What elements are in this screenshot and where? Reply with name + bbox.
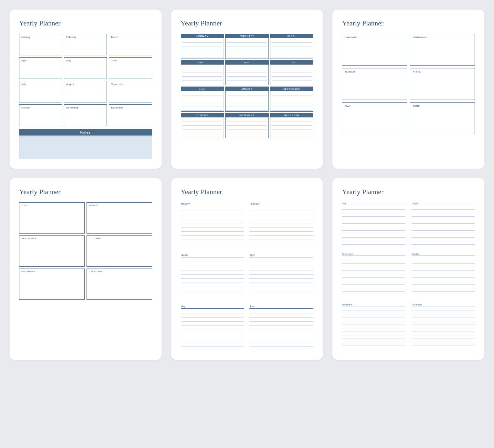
top-row: Yearly Planner January February March Ap… <box>10 10 484 169</box>
c2-jun[interactable]: JUNE <box>270 60 314 85</box>
month-june[interactable]: June <box>109 57 152 79</box>
c2-jan[interactable]: JANUARY <box>181 34 224 59</box>
month-september[interactable]: September <box>109 81 152 102</box>
card3-months-grid: JANUARY FEBRUARY MARCH APRIL MAY JUNE <box>342 34 475 134</box>
card5-may[interactable]: May <box>181 305 245 346</box>
card6-section-2: September October <box>342 253 475 299</box>
card-4: Yearly Planner JULY AUGUST SEPTEMBER OCT… <box>10 178 162 360</box>
c3-mar[interactable]: MARCH <box>342 68 407 100</box>
card5-feb[interactable]: February <box>249 202 313 244</box>
month-november[interactable]: November <box>64 104 107 126</box>
card5-section-1: January February <box>181 202 314 248</box>
c2-apr[interactable]: APRIL <box>181 60 224 85</box>
card-3: Yearly Planner JANUARY FEBRUARY MARCH AP… <box>332 10 484 169</box>
c2-oct[interactable]: OCTOBER <box>181 113 224 138</box>
card5-jan[interactable]: January <box>181 202 245 244</box>
c3-jun[interactable]: JUNE <box>410 102 475 134</box>
card6-jul[interactable]: July <box>342 202 405 245</box>
month-april[interactable]: April <box>19 57 62 79</box>
card6-nov[interactable]: November <box>342 304 405 346</box>
c4-jul[interactable]: JULY <box>19 202 85 234</box>
c2-dec[interactable]: DECEMBER <box>270 113 314 138</box>
card-4-title: Yearly Planner <box>19 188 152 196</box>
month-february[interactable]: February <box>64 34 107 55</box>
card5-apr[interactable]: April <box>249 254 313 295</box>
months-grid-4x3: January February March April May June Ju… <box>19 34 152 126</box>
card6-dec[interactable]: December <box>412 304 475 346</box>
c4-aug[interactable]: AUGUST <box>87 202 152 234</box>
card5-mar[interactable]: March <box>181 254 245 295</box>
card-6-title: Yearly Planner <box>342 188 475 196</box>
card-5: Yearly Planner January February March <box>171 178 323 360</box>
c2-jul[interactable]: JULY <box>181 87 224 112</box>
month-may[interactable]: May <box>64 57 107 79</box>
c2-aug[interactable]: AUGUST <box>225 87 269 112</box>
card-6: Yearly Planner July August September <box>332 178 484 360</box>
c3-apr[interactable]: APRIL <box>410 68 475 100</box>
card-1-title: Yearly Planner <box>19 19 152 27</box>
card6-aug[interactable]: August <box>412 202 475 245</box>
notes-label: Notes <box>19 129 152 136</box>
card-2-title: Yearly Planner <box>181 19 314 27</box>
card6-sep[interactable]: September <box>342 253 405 295</box>
month-october[interactable]: October <box>19 104 62 126</box>
c3-jan[interactable]: JANUARY <box>342 34 407 66</box>
c3-feb[interactable]: FEBRUARY <box>410 34 475 66</box>
card6-section-3: November December <box>342 304 475 350</box>
c2-feb[interactable]: FEBRUARY <box>225 34 269 59</box>
card6-oct[interactable]: October <box>412 253 475 295</box>
c2-sep[interactable]: SEPTEMBER <box>270 87 314 112</box>
c2-may[interactable]: MAY <box>225 60 269 85</box>
c3-may[interactable]: MAY <box>342 102 407 134</box>
notes-area[interactable] <box>19 136 152 159</box>
card-1: Yearly Planner January February March Ap… <box>10 10 162 169</box>
card-5-title: Yearly Planner <box>181 188 314 196</box>
card5-section-2: March April <box>181 254 314 299</box>
c2-mar[interactable]: MARCH <box>270 34 314 59</box>
c4-nov[interactable]: NOVEMBER <box>19 269 85 300</box>
card5-jun[interactable]: June <box>249 305 313 346</box>
card2-months-grid: JANUARY FEBRUARY MARCH APRIL <box>181 34 314 138</box>
c2-nov[interactable]: NOVEMBER <box>225 113 269 138</box>
c4-oct[interactable]: OCTOBER <box>87 235 152 267</box>
month-july[interactable]: July <box>19 81 62 102</box>
c4-sep[interactable]: SEPTEMBER <box>19 235 85 267</box>
card5-section-3: May June <box>181 305 314 350</box>
month-march[interactable]: March <box>109 34 152 55</box>
month-december[interactable]: December <box>109 104 152 126</box>
card-3-title: Yearly Planner <box>342 19 475 27</box>
month-august[interactable]: August <box>64 81 107 102</box>
bottom-row: Yearly Planner JULY AUGUST SEPTEMBER OCT… <box>10 178 484 360</box>
card-2: Yearly Planner JANUARY FEBRUARY MARCH <box>171 10 323 169</box>
c4-dec[interactable]: DECEMBER <box>87 269 152 300</box>
card4-months-grid: JULY AUGUST SEPTEMBER OCTOBER NOVEMBER D… <box>19 202 152 300</box>
month-january[interactable]: January <box>19 34 62 55</box>
card6-section-1: July August <box>342 202 475 248</box>
